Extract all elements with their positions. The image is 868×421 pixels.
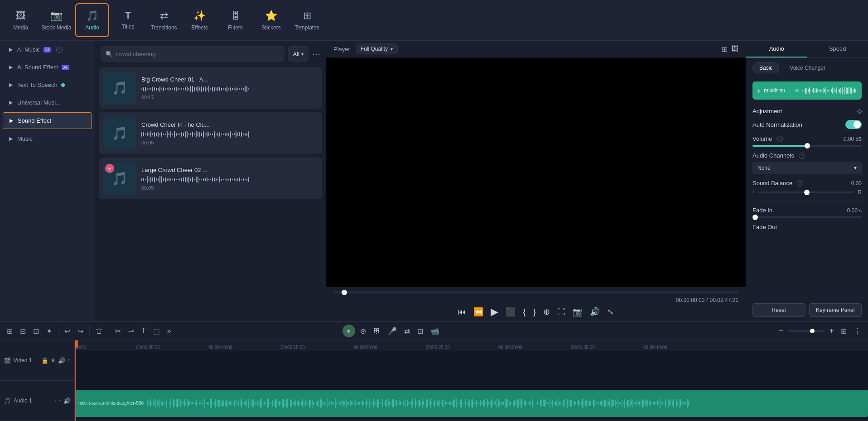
filter-dropdown[interactable]: All ▾ — [288, 46, 309, 62]
grid-view-icon[interactable]: ⊞ — [722, 45, 728, 53]
toolbar-templates[interactable]: ⊞ Templates — [290, 3, 324, 37]
zoom-slider[interactable] — [788, 330, 825, 332]
more-options-button[interactable]: ⋯ — [312, 49, 320, 59]
rewind-button[interactable]: ⏮ — [458, 307, 466, 317]
upload-icon[interactable]: ↑ — [59, 397, 62, 404]
toolbar-stickers[interactable]: ⭐ Stickers — [254, 3, 288, 37]
progress-thumb[interactable] — [342, 290, 347, 295]
toolbar-stock-media[interactable]: 📷 Stock Media — [39, 3, 73, 37]
left-panel: ▶ AI Music AI ? ▶ AI Sound Effect AI ▶ T… — [0, 41, 95, 321]
play-button[interactable]: ▶ — [491, 306, 498, 318]
auto-caption-button[interactable]: ⊡ — [31, 325, 41, 337]
add-icon[interactable]: + — [53, 397, 57, 404]
snapshot-button[interactable]: 📷 — [573, 307, 583, 317]
timeline-record-button[interactable]: ● — [342, 325, 355, 337]
sub-tab-basic[interactable]: Basic — [752, 62, 779, 73]
reset-button[interactable]: Reset — [752, 303, 805, 317]
result-waveform — [141, 176, 318, 183]
keyframe-panel-button[interactable]: Keyframe Panel — [809, 303, 862, 317]
timeline-mask-button[interactable]: ⛨ — [371, 325, 383, 336]
balance-slider[interactable] — [759, 191, 854, 193]
balance-slider-thumb[interactable] — [804, 190, 810, 195]
timeline-fx-button[interactable]: ⊛ — [358, 325, 368, 337]
channels-info-icon[interactable]: ? — [799, 153, 805, 159]
list-item[interactable]: 🎵 Big Crowd Cheer 01 - A... 00:17 — [99, 67, 322, 109]
add-to-timeline-button[interactable]: ⊕ — [543, 307, 550, 317]
tab-speed[interactable]: Speed — [807, 41, 868, 57]
zoom-thumb[interactable] — [810, 329, 815, 333]
balance-slider-wrap: L R — [752, 189, 862, 196]
volume-info-icon[interactable]: ◇ — [776, 136, 783, 142]
fade-in-slider-thumb[interactable] — [752, 215, 758, 220]
stop-button[interactable]: ⬛ — [506, 307, 516, 317]
expand-button[interactable]: ⤡ — [607, 307, 614, 317]
undo-button[interactable]: ↩ — [62, 325, 72, 337]
fullscreen-button[interactable]: ⛶ — [557, 307, 565, 317]
volume-slider-thumb[interactable] — [805, 143, 810, 148]
ai-caption-button[interactable]: ✦ — [44, 325, 54, 337]
toolbar-titles[interactable]: T Titles — [111, 3, 145, 37]
arrow-icon: ▶ — [9, 100, 13, 105]
arrow-icon: ▶ — [9, 82, 13, 88]
sidebar-item-ai-music[interactable]: ▶ AI Music AI ? — [3, 42, 92, 57]
toolbar-transitions[interactable]: ⇄ Transitions — [147, 3, 181, 37]
crop-button[interactable]: ⬚ — [151, 325, 162, 337]
fade-in-slider[interactable] — [752, 216, 862, 218]
toolbar-media[interactable]: 🖼 Media — [4, 3, 38, 37]
layout-toggle-button[interactable]: ⊞ — [839, 325, 849, 337]
volume-icon[interactable]: 🔊 — [63, 397, 71, 404]
lock-icon[interactable]: 🔒 — [41, 357, 48, 364]
mark-out-button[interactable]: } — [533, 307, 536, 317]
toolbar-audio[interactable]: 🎵 Audio — [75, 3, 109, 37]
zoom-out-button[interactable]: − — [776, 325, 785, 336]
timeline-pip-button[interactable]: ⊡ — [415, 325, 425, 337]
toolbar-effects[interactable]: ✨ Effects — [183, 3, 217, 37]
ruler-mark: 00:00:15:00 — [281, 345, 305, 350]
delete-button[interactable]: 🗑 — [93, 325, 105, 336]
toolbar-filters[interactable]: 🎛 Filters — [218, 3, 252, 37]
balance-info-icon[interactable]: ◇ — [797, 180, 803, 187]
volume-button[interactable]: 🔊 — [590, 307, 600, 317]
adjustment-title: Adjustment — [752, 108, 782, 115]
sidebar-item-music[interactable]: ▶ Music — [3, 131, 92, 147]
image-icon[interactable]: 🖼 — [731, 45, 738, 53]
step-back-button[interactable]: ⏪ — [473, 307, 483, 317]
mark-in-button[interactable]: { — [523, 307, 526, 317]
sidebar-item-ai-sound-effect[interactable]: ▶ AI Sound Effect AI — [3, 59, 92, 75]
channels-select[interactable]: None ▾ — [752, 162, 862, 174]
info-icon[interactable]: ? — [56, 47, 63, 53]
add-media-button[interactable]: ⊞ — [5, 325, 15, 337]
diamond-icon[interactable]: ◇ — [857, 108, 862, 115]
progress-bar[interactable] — [333, 292, 738, 293]
hide-icon[interactable]: ○ — [67, 357, 71, 364]
list-item[interactable]: ♥ 🎵 Large Crowd Cheer 02 ... 00:09 — [99, 158, 322, 199]
playhead[interactable]: 6 — [75, 340, 76, 421]
sub-tab-voice-changer[interactable]: Voice Changer — [783, 62, 832, 73]
search-input[interactable] — [116, 51, 280, 57]
eye-icon[interactable]: 👁 — [50, 357, 56, 364]
timeline-transition-button[interactable]: ⇄ — [402, 325, 412, 337]
redo-button[interactable]: ↪ — [75, 325, 86, 337]
tab-audio[interactable]: Audio — [746, 41, 807, 57]
more-tools-button[interactable]: » — [165, 325, 174, 336]
sidebar-item-universal-music[interactable]: ▶ Universal Musi... — [3, 95, 92, 110]
timeline-mic-button[interactable]: 🎤 — [386, 325, 399, 337]
volume-icon[interactable]: 🔊 — [58, 357, 65, 364]
text-button[interactable]: T — [139, 325, 148, 336]
volume-slider[interactable] — [752, 145, 862, 147]
audio-clip[interactable]: mixkit-sun-and-his-daughter-580 — [75, 390, 868, 417]
search-input-wrap[interactable]: 🔍 — [101, 46, 285, 62]
cut-button[interactable]: ✂ — [113, 325, 123, 337]
zoom-in-button[interactable]: + — [827, 325, 836, 336]
timeline-ruler[interactable]: 00:00 00:00:05:00 00:00:10:00 00:00:15:0… — [75, 340, 868, 351]
sidebar-item-sound-effect[interactable]: ▶ Sound Effect — [3, 112, 92, 129]
split-audio-button[interactable]: ⊸ — [126, 325, 136, 337]
sidebar-item-text-to-speech[interactable]: ▶ Text To Speech — [3, 77, 92, 93]
add-subtitle-button[interactable]: ⊟ — [18, 325, 28, 337]
timeline-camera-button[interactable]: 📹 — [428, 325, 442, 337]
list-item[interactable]: 🎵 Crowd Cheer In The Clu... 00:05 — [99, 112, 322, 154]
settings-button[interactable]: ⋮ — [852, 325, 863, 337]
quality-dropdown[interactable]: Full Quality ▾ — [356, 43, 398, 54]
auto-normalization-toggle[interactable] — [845, 120, 862, 129]
balance-label-row: Sound Balance ◇ 0.00 — [752, 180, 862, 187]
